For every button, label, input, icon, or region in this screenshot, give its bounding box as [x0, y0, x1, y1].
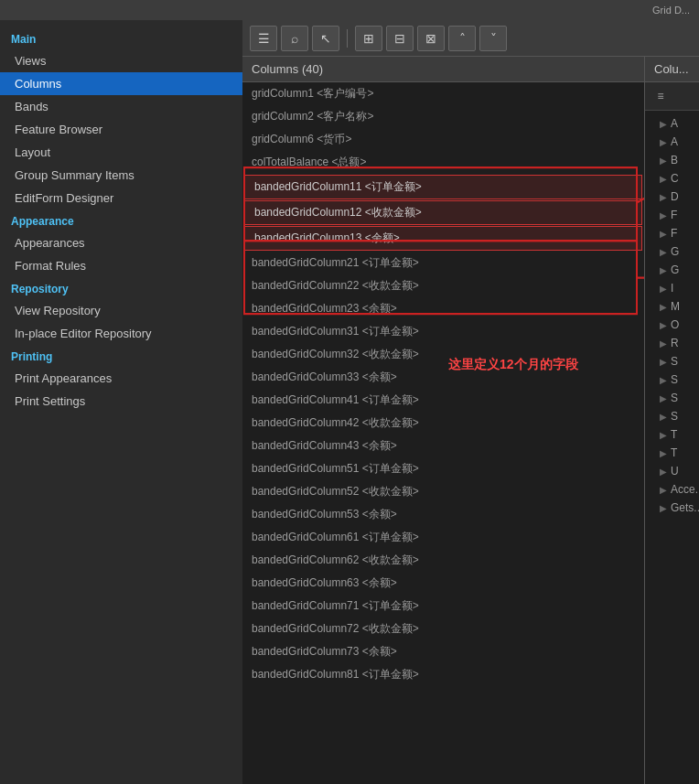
right-item-11[interactable]: ▶O — [645, 316, 699, 334]
column-item-c9[interactable]: bandedGridColumn22 <收款金额> — [242, 274, 644, 297]
column-item-c5[interactable]: bandedGridColumn11 <订单金额> — [244, 175, 642, 199]
sidebar-section-main: Main — [0, 27, 242, 49]
column-item-c19[interactable]: bandedGridColumn53 <余额> — [242, 503, 644, 526]
right-item-16[interactable]: ▶S — [645, 407, 699, 425]
toolbar-btn-search[interactable]: ⌕ — [281, 26, 308, 51]
column-item-c7[interactable]: bandedGridColumn13 <余额> — [244, 226, 642, 251]
column-item-c24[interactable]: bandedGridColumn72 <收款金额> — [242, 618, 644, 640]
right-panel-tools: ≡ — [645, 82, 699, 111]
columns-list-wrapper: gridColumn1 <客户编号>gridColumn2 <客户名称>grid… — [242, 82, 644, 784]
toolbar-btn-document[interactable]: ☰ — [250, 26, 277, 51]
sidebar-item-appearances[interactable]: Appearances — [0, 231, 242, 254]
toolbar-btn-arrow[interactable]: ↖ — [312, 26, 339, 51]
right-item-4[interactable]: ▶D — [645, 188, 699, 206]
right-item-arrow-4: ▶ — [660, 192, 667, 202]
right-item-label-14: S — [671, 373, 678, 386]
right-item-8[interactable]: ▶G — [645, 261, 699, 279]
right-item-arrow-3: ▶ — [660, 174, 667, 184]
toolbar-btn-align-left[interactable]: ⊞ — [355, 26, 382, 51]
sidebar-item-view-repository[interactable]: View Repository — [0, 299, 242, 322]
column-item-c22[interactable]: bandedGridColumn63 <余额> — [242, 572, 644, 595]
column-item-c16[interactable]: bandedGridColumn43 <余额> — [242, 435, 644, 457]
column-item-c3[interactable]: gridColumn6 <货币> — [242, 128, 644, 151]
right-item-label-21: Gets... — [671, 501, 699, 514]
column-item-c18[interactable]: bandedGridColumn52 <收款金额> — [242, 480, 644, 503]
right-item-label-16: S — [671, 410, 678, 423]
toolbar: ☰⌕↖⊞⊟⊠˄˅ — [242, 20, 699, 57]
right-item-label-10: M — [671, 300, 680, 313]
right-item-15[interactable]: ▶S — [645, 389, 699, 407]
right-item-arrow-6: ▶ — [660, 229, 667, 239]
column-item-c6[interactable]: bandedGridColumn12 <收款金额> — [244, 200, 642, 225]
sidebar-item-print-settings[interactable]: Print Settings — [0, 390, 242, 413]
sidebar: MainViewsColumnsBandsFeature BrowserLayo… — [0, 20, 242, 784]
column-item-c4[interactable]: colTotalBalance <总额> — [242, 151, 644, 174]
right-item-12[interactable]: ▶R — [645, 334, 699, 352]
column-item-c12[interactable]: bandedGridColumn32 <收款金额> — [242, 343, 644, 366]
right-item-1[interactable]: ▶A — [645, 133, 699, 151]
column-item-c21[interactable]: bandedGridColumn62 <收款金额> — [242, 549, 644, 572]
sidebar-item-feature-browser[interactable]: Feature Browser — [0, 118, 242, 141]
right-item-label-11: O — [671, 318, 679, 331]
right-item-13[interactable]: ▶S — [645, 352, 699, 371]
right-item-21[interactable]: ▶Gets... — [645, 499, 699, 517]
column-item-c17[interactable]: bandedGridColumn51 <订单金额> — [242, 457, 644, 480]
columns-list[interactable]: gridColumn1 <客户编号>gridColumn2 <客户名称>grid… — [242, 82, 644, 784]
column-item-c20[interactable]: bandedGridColumn61 <订单金额> — [242, 526, 644, 549]
toolbar-btn-chevron-up[interactable]: ˄ — [448, 26, 476, 51]
column-item-c15[interactable]: bandedGridColumn42 <收款金额> — [242, 412, 644, 435]
toolbar-btn-chevron-down[interactable]: ˅ — [479, 26, 507, 51]
right-item-label-20: Acce... — [671, 483, 699, 496]
sidebar-item-views[interactable]: Views — [0, 49, 242, 72]
sidebar-item-group-summary-items[interactable]: Group Summary Items — [0, 164, 242, 187]
column-item-c13[interactable]: bandedGridColumn33 <余额> — [242, 366, 644, 389]
right-item-label-18: T — [671, 446, 677, 459]
right-item-arrow-7: ▶ — [660, 247, 667, 257]
right-item-arrow-12: ▶ — [660, 338, 667, 349]
sidebar-item-bands[interactable]: Bands — [0, 95, 242, 118]
column-item-c14[interactable]: bandedGridColumn41 <订单金额> — [242, 389, 644, 412]
right-item-7[interactable]: ▶G — [645, 242, 699, 261]
right-item-5[interactable]: ▶F — [645, 206, 699, 224]
right-item-18[interactable]: ▶T — [645, 444, 699, 462]
right-item-arrow-8: ▶ — [660, 265, 667, 275]
right-item-6[interactable]: ▶F — [645, 224, 699, 242]
right-item-19[interactable]: ▶U — [645, 462, 699, 480]
top-bar: Grid D... — [0, 0, 699, 20]
right-panel-tool-btn[interactable]: ≡ — [651, 86, 671, 106]
toolbar-btn-align-center[interactable]: ⊟ — [386, 26, 414, 51]
column-item-c8[interactable]: bandedGridColumn21 <订单金额> — [242, 252, 644, 274]
right-item-arrow-13: ▶ — [660, 357, 667, 367]
right-item-label-13: S — [671, 355, 678, 368]
right-item-label-4: D — [671, 190, 679, 203]
sidebar-item-print-appearances[interactable]: Print Appearances — [0, 367, 242, 390]
right-item-14[interactable]: ▶S — [645, 371, 699, 389]
right-item-label-12: R — [671, 337, 679, 349]
right-item-2[interactable]: ▶B — [645, 151, 699, 169]
right-item-arrow-11: ▶ — [660, 320, 667, 330]
toolbar-btn-align-right[interactable]: ⊠ — [417, 26, 445, 51]
column-item-c10[interactable]: bandedGridColumn23 <余额> — [242, 297, 644, 320]
right-item-9[interactable]: ▶I — [645, 279, 699, 297]
sidebar-item-format-rules[interactable]: Format Rules — [0, 254, 242, 277]
right-item-arrow-2: ▶ — [660, 156, 667, 166]
column-item-c25[interactable]: bandedGridColumn73 <余额> — [242, 640, 644, 663]
sidebar-item-editform-designer[interactable]: EditForm Designer — [0, 187, 242, 209]
right-item-0[interactable]: ▶A — [645, 114, 699, 133]
right-item-10[interactable]: ▶M — [645, 297, 699, 316]
column-item-c2[interactable]: gridColumn2 <客户名称> — [242, 105, 644, 128]
column-item-c1[interactable]: gridColumn1 <客户编号> — [242, 82, 644, 105]
column-item-c23[interactable]: bandedGridColumn71 <订单金额> — [242, 595, 644, 618]
sidebar-item-columns[interactable]: Columns — [0, 72, 242, 95]
column-item-c11[interactable]: bandedGridColumn31 <订单金额> — [242, 320, 644, 343]
sidebar-item-inplace-editor-repository[interactable]: In-place Editor Repository — [0, 322, 242, 345]
toolbar-separator — [347, 29, 348, 48]
sidebar-item-layout[interactable]: Layout — [0, 141, 242, 164]
right-item-label-17: T — [671, 428, 677, 441]
right-panel-header: Colu... — [645, 57, 699, 82]
column-item-c26[interactable]: bandedGridColumn81 <订单金额> — [242, 663, 644, 686]
right-item-arrow-19: ▶ — [660, 467, 667, 477]
right-item-20[interactable]: ▶Acce... — [645, 480, 699, 499]
right-item-17[interactable]: ▶T — [645, 425, 699, 444]
right-item-3[interactable]: ▶C — [645, 169, 699, 188]
